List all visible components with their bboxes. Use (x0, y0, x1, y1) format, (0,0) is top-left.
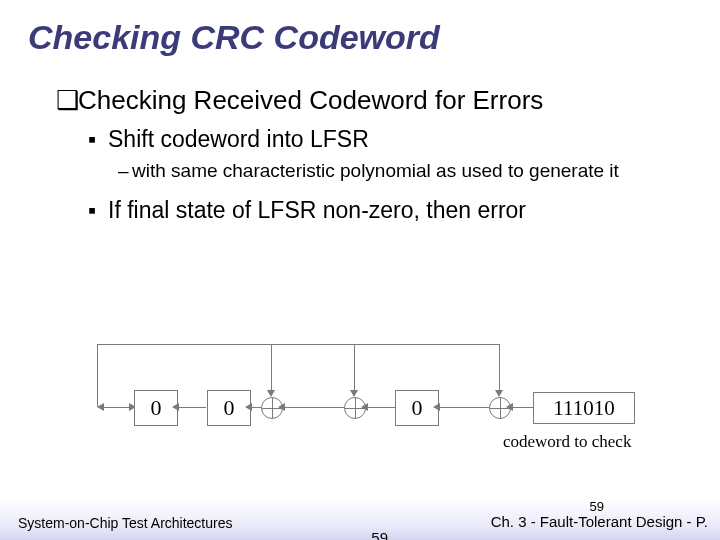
bullet-level2: ▪If final state of LFSR non-zero, then e… (88, 197, 690, 224)
codeword-label: codeword to check (503, 432, 631, 452)
arrow-left-icon (172, 403, 179, 411)
wire (97, 344, 98, 407)
arrow-down-icon (495, 390, 503, 397)
arrow-left-icon (506, 403, 513, 411)
lfsr-diagram: 0 0 0 111010 codeword to check (85, 340, 650, 460)
footer-truncated-number: 59 (371, 529, 388, 540)
square-bullet-icon: ❑ (56, 85, 78, 116)
arrow-left-icon (97, 403, 104, 411)
footer-right-text: Ch. 3 - Fault-Tolerant Design - P. (491, 513, 708, 530)
bullet-level2a-text: Shift codeword into LFSR (108, 126, 369, 152)
page-number: 59 (590, 499, 604, 514)
feedback-line (97, 344, 499, 345)
slide-title: Checking CRC Codeword (0, 0, 720, 57)
wire (282, 407, 344, 408)
arrow-left-icon (433, 403, 440, 411)
arrow-left-icon (361, 403, 368, 411)
wire (437, 407, 489, 408)
arrow-down-icon (350, 390, 358, 397)
square-bullet-small-icon: ▪ (88, 197, 108, 224)
bullet-level2b-text: If final state of LFSR non-zero, then er… (108, 197, 526, 223)
bullet-level2: ▪Shift codeword into LFSR (88, 126, 690, 153)
footer-left-text: System-on-Chip Test Architectures (18, 515, 233, 531)
bullet-level1-text: Checking Received Codeword for Errors (78, 85, 543, 115)
dash-bullet-icon: – (118, 159, 132, 183)
wire (176, 407, 206, 408)
bullet-level3: –with same characteristic polynomial as … (118, 159, 690, 183)
arrow-left-icon (245, 403, 252, 411)
slide-content: ❑Checking Received Codeword for Errors ▪… (0, 85, 720, 224)
slide: Checking CRC Codeword ❑Checking Received… (0, 0, 720, 540)
wire (510, 407, 533, 408)
square-bullet-small-icon: ▪ (88, 126, 108, 153)
bullet-level1: ❑Checking Received Codeword for Errors (56, 85, 690, 116)
arrow-down-icon (267, 390, 275, 397)
wire (354, 344, 355, 391)
codeword-input: 111010 (533, 392, 635, 424)
wire (499, 344, 500, 391)
bullet-level3a-text: with same characteristic polynomial as u… (132, 159, 652, 183)
wire (365, 407, 395, 408)
arrow-left-icon (278, 403, 285, 411)
wire (271, 344, 272, 391)
